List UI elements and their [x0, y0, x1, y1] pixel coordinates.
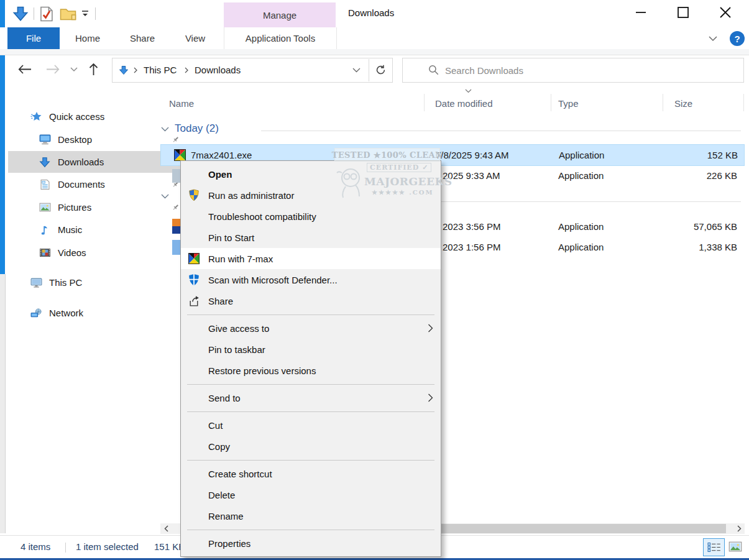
breadcrumb-this-pc[interactable]: This PC: [144, 65, 177, 75]
menu-item-pin-to-start[interactable]: Pin to Start: [181, 227, 441, 248]
pin-icon: [172, 135, 180, 144]
menu-item-copy[interactable]: Copy: [181, 436, 441, 457]
sidebar-item-videos[interactable]: Videos: [8, 242, 186, 264]
up-arrow-icon[interactable]: [89, 63, 98, 76]
sidebar-item-network[interactable]: Network: [8, 302, 177, 324]
status-divider: [65, 543, 66, 553]
column-divider[interactable]: [743, 94, 744, 111]
menu-item-delete[interactable]: Delete: [181, 484, 441, 505]
menu-item-rename[interactable]: Rename: [181, 505, 441, 526]
sidebar-item-desktop[interactable]: Desktop: [8, 129, 186, 150]
file-date: 2023 3:56 PM: [443, 216, 500, 237]
column-divider[interactable]: [424, 94, 425, 111]
address-bar[interactable]: This PC Downloads: [112, 58, 393, 83]
menu-separator: [181, 311, 441, 318]
menu-separator: [181, 381, 441, 387]
qat-customize-dropdown-icon[interactable]: [81, 11, 89, 17]
file-type: Application: [558, 216, 604, 237]
file-size: 1,338 KB: [656, 237, 737, 257]
maximize-button[interactable]: [669, 3, 697, 22]
close-button[interactable]: [711, 3, 740, 22]
column-header-name[interactable]: Name: [169, 94, 194, 113]
menu-separator: [181, 457, 441, 463]
scroll-left-arrow-icon[interactable]: [160, 523, 172, 534]
minimize-button[interactable]: [627, 3, 655, 22]
forward-arrow-icon[interactable]: [46, 65, 60, 74]
ribbon-collapse-chevron-icon[interactable]: [709, 36, 717, 42]
column-divider[interactable]: [551, 94, 551, 111]
file-type: Application: [558, 165, 604, 186]
menu-item-restore-previous-versions[interactable]: Restore previous versions: [181, 360, 441, 381]
group-header-today[interactable]: Today (2): [175, 122, 219, 135]
details-view-icon: [707, 542, 721, 553]
search-box[interactable]: [402, 58, 744, 83]
thumbnails-view-button[interactable]: [727, 539, 743, 554]
tab-share[interactable]: Share: [120, 27, 165, 49]
file-date: 2023 1:56 PM: [443, 237, 500, 257]
column-divider[interactable]: [663, 94, 663, 111]
menu-item-send-to[interactable]: Send to: [181, 387, 441, 408]
pin-icon: [172, 203, 180, 211]
tab-application-tools[interactable]: Application Tools: [224, 27, 337, 49]
properties-check-icon[interactable]: [39, 6, 53, 22]
uac-shield-icon: [188, 189, 208, 201]
sidebar-item-quick-access[interactable]: Quick access: [8, 106, 177, 127]
new-folder-icon[interactable]: [60, 7, 76, 21]
sidebar-item-music[interactable]: Music: [8, 219, 186, 241]
window-controls: [627, 3, 740, 22]
search-input[interactable]: [444, 61, 720, 80]
downloads-icon: [39, 157, 51, 168]
menu-item-pin-to-taskbar[interactable]: Pin to taskbar: [181, 339, 441, 360]
back-arrow-icon[interactable]: [18, 65, 32, 74]
tab-file[interactable]: File: [7, 27, 60, 49]
menu-item-cut[interactable]: Cut: [181, 415, 441, 436]
tab-view[interactable]: View: [173, 27, 218, 49]
refresh-icon[interactable]: [375, 65, 386, 75]
tab-home[interactable]: Home: [65, 27, 110, 49]
sidebar-item-documents[interactable]: Documents: [8, 173, 186, 195]
column-header-date-modified[interactable]: Date modified: [435, 94, 493, 113]
breadcrumb-separator-icon: [185, 67, 188, 73]
file-date: 2025 9:33 AM: [443, 165, 500, 186]
address-location-icon: [119, 65, 129, 75]
recent-locations-chevron-icon[interactable]: [70, 67, 78, 72]
sidebar-item-label: Pictures: [58, 202, 91, 213]
file-type: Application: [558, 237, 604, 257]
qat-separator: [95, 7, 96, 20]
explorer-window: Manage Downloads File Home Share View Ap…: [0, 0, 749, 560]
thumbnails-view-icon: [728, 541, 742, 552]
menu-item-troubleshoot-compatibility[interactable]: Troubleshoot compatibility: [181, 206, 441, 227]
scrollbar-thumb[interactable]: [435, 524, 726, 533]
scroll-right-arrow-icon[interactable]: [733, 523, 745, 534]
menu-item-create-shortcut[interactable]: Create shortcut: [181, 463, 441, 484]
window-downloads-icon: [12, 6, 29, 22]
menu-item-properties[interactable]: Properties: [181, 533, 441, 554]
help-icon[interactable]: ?: [730, 31, 745, 46]
sidebar-item-pictures[interactable]: Pictures: [8, 196, 186, 218]
videos-icon: [39, 248, 51, 257]
address-dropdown-chevron-icon[interactable]: [352, 68, 361, 73]
file-date: 7/8/2025 9:43 AM: [436, 145, 509, 165]
breadcrumb-downloads[interactable]: Downloads: [195, 65, 241, 75]
menu-item-share[interactable]: Share: [181, 290, 441, 311]
details-view-button[interactable]: [703, 538, 725, 556]
group-collapse-chevron-icon[interactable]: [161, 127, 169, 132]
sidebar-item-this-pc[interactable]: This PC: [8, 272, 177, 293]
menu-item-run-with-7max[interactable]: Run with 7-max: [181, 248, 441, 269]
desktop-icon: [39, 134, 51, 145]
this-pc-icon: [30, 278, 42, 288]
tab-manage[interactable]: Manage: [224, 2, 336, 27]
address-divider: [369, 59, 369, 81]
sidebar-item-downloads[interactable]: Downloads: [8, 151, 186, 173]
group-collapse-chevron-icon[interactable]: [161, 194, 169, 199]
menu-item-run-as-administrator[interactable]: Run as administrator: [181, 185, 441, 206]
menu-item-scan-with-defender[interactable]: Scan with Microsoft Defender...: [181, 269, 441, 290]
file-icon-partial: [172, 226, 180, 234]
menu-item-open[interactable]: Open: [181, 163, 441, 185]
column-header-size[interactable]: Size: [674, 94, 692, 113]
file-size: 57,065 KB: [656, 216, 737, 237]
column-header-type[interactable]: Type: [558, 94, 579, 113]
sidebar-item-label: Desktop: [58, 134, 92, 145]
submenu-arrow-icon: [428, 393, 433, 402]
menu-item-give-access-to[interactable]: Give access to: [181, 318, 441, 339]
